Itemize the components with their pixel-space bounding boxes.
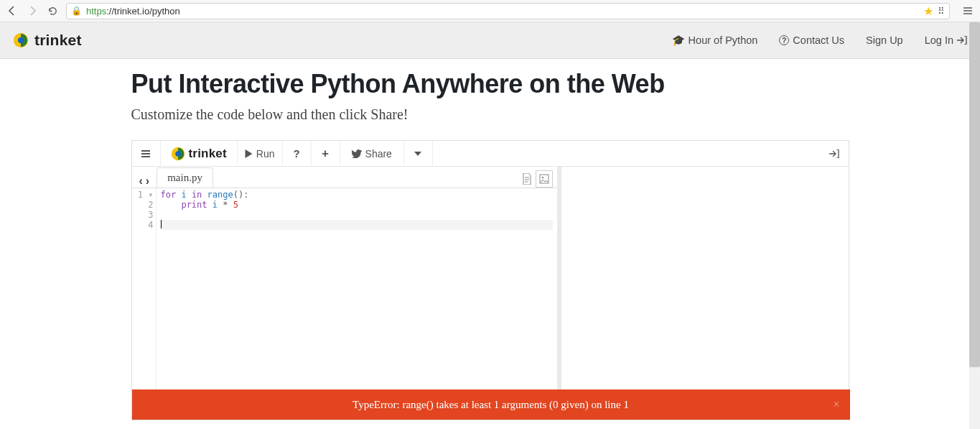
- address-bar[interactable]: 🔒 https://trinket.io/python ★ ⠿: [66, 3, 950, 19]
- embed-brand[interactable]: trinket: [161, 141, 238, 167]
- error-banner: TypeError: range() takes at least 1 argu…: [132, 389, 850, 420]
- file-tab-label: main.py: [167, 172, 202, 184]
- caret-down-icon: [414, 152, 421, 156]
- image-file-icon[interactable]: [536, 170, 553, 188]
- expand-icon: [829, 149, 839, 158]
- error-close-button[interactable]: ×: [833, 398, 839, 411]
- next-file-button[interactable]: ›: [146, 175, 149, 188]
- run-button[interactable]: Run: [238, 141, 283, 167]
- svg-point-5: [541, 177, 543, 179]
- text-cursor: [161, 220, 162, 229]
- share-button[interactable]: Share: [340, 141, 404, 167]
- run-label: Run: [256, 148, 275, 160]
- twitter-bird-icon: [352, 149, 362, 158]
- output-area: [561, 167, 849, 401]
- nav-hour-of-python[interactable]: 🎓 Hour of Python: [672, 34, 758, 47]
- code-body[interactable]: for i in range(): print i * 5: [157, 188, 557, 420]
- login-arrow-icon: [957, 36, 967, 45]
- code-editor[interactable]: 1 ▾ 2 3 4 for i in range(): print i * 5: [132, 188, 557, 420]
- nav-label: Contact Us: [793, 34, 844, 46]
- prev-file-button[interactable]: ‹: [139, 175, 143, 188]
- dropdown-button[interactable]: [404, 141, 433, 167]
- svg-point-3: [175, 151, 181, 157]
- trinket-logo-icon: [13, 32, 29, 48]
- lock-icon: 🔒: [71, 6, 82, 16]
- nav-label: Hour of Python: [689, 34, 758, 46]
- bookmark-star-icon[interactable]: ★: [923, 4, 933, 18]
- url-text: https://trinket.io/python: [86, 6, 919, 17]
- back-button[interactable]: [6, 4, 19, 17]
- trinket-logo-icon: [171, 147, 185, 161]
- nav-label: Log In: [925, 34, 953, 46]
- line-gutter: 1 ▾ 2 3 4: [132, 188, 157, 420]
- site-topnav: trinket 🎓 Hour of Python ? Contact Us Si…: [0, 22, 980, 59]
- text-file-icon[interactable]: [518, 170, 536, 188]
- embed-brand-name: trinket: [189, 147, 227, 161]
- nav-log-in[interactable]: Log In: [925, 34, 967, 46]
- reload-button[interactable]: [46, 4, 59, 17]
- help-button[interactable]: ?: [283, 141, 312, 167]
- page-title: Put Interactive Python Anywhere on the W…: [131, 69, 849, 99]
- nav-contact-us[interactable]: ? Contact Us: [779, 34, 844, 46]
- output-pane: Powered by trinket: [561, 167, 849, 420]
- translate-icon[interactable]: ⠿: [938, 6, 945, 17]
- add-button[interactable]: +: [312, 141, 340, 167]
- share-label: Share: [365, 148, 392, 160]
- file-tab-main[interactable]: main.py: [157, 167, 213, 188]
- brand-name: trinket: [34, 32, 82, 49]
- editor-pane: ‹ › main.py 1 ▾: [132, 167, 561, 420]
- site-brand[interactable]: trinket: [13, 32, 82, 49]
- question-circle-icon: ?: [779, 35, 789, 45]
- play-icon: [245, 149, 253, 158]
- fullscreen-button[interactable]: [820, 141, 849, 167]
- scrollbar-thumb[interactable]: [969, 22, 980, 367]
- page-scrollbar[interactable]: [969, 22, 980, 429]
- svg-point-1: [18, 37, 24, 43]
- forward-button: [26, 4, 39, 17]
- nav-label: Sign Up: [866, 34, 903, 46]
- page-subtitle: Customize the code below and then click …: [131, 106, 849, 123]
- error-message: TypeError: range() takes at least 1 argu…: [353, 399, 629, 411]
- graduation-cap-icon: 🎓: [672, 34, 685, 47]
- embed-toolbar: trinket Run ? + Share: [132, 141, 849, 167]
- chrome-menu-button[interactable]: [961, 4, 974, 17]
- nav-sign-up[interactable]: Sign Up: [866, 34, 903, 46]
- embed-menu-button[interactable]: [132, 141, 161, 167]
- browser-toolbar: 🔒 https://trinket.io/python ★ ⠿: [0, 0, 980, 22]
- editor-tab-bar: ‹ › main.py: [132, 167, 557, 188]
- trinket-embed: trinket Run ? + Share: [131, 140, 849, 420]
